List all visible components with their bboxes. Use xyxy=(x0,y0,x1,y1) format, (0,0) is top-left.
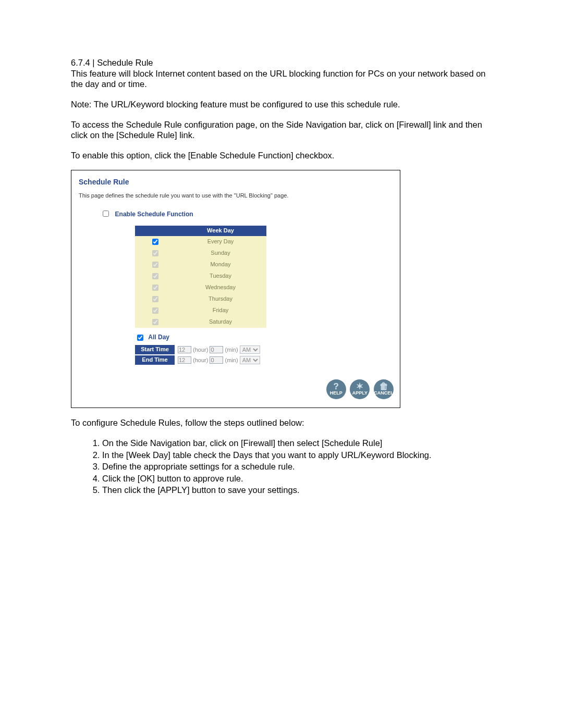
enable-text: To enable this option, click the [Enable… xyxy=(71,150,492,161)
time-table: Start Time (hour) (min) AM End Time (hou… xyxy=(135,344,261,366)
help-icon: ? xyxy=(326,382,346,391)
list-item: Click the [OK] button to approve rule. xyxy=(102,473,492,484)
day-label: Saturday xyxy=(175,316,266,328)
button-row: ? HELP ✶ APPLY 🗑 CANCEL xyxy=(79,379,394,399)
table-row: Wednesday xyxy=(135,282,266,293)
day-label: Tuesday xyxy=(175,270,266,282)
end-ampm-select[interactable]: AM xyxy=(240,356,260,364)
day-label: Sunday xyxy=(175,248,266,259)
day-label: Thursday xyxy=(175,293,266,305)
weekday-check-header xyxy=(135,226,175,236)
enable-schedule-label: Enable Schedule Function xyxy=(115,211,193,218)
cancel-button[interactable]: 🗑 CANCEL xyxy=(374,379,394,399)
end-min-input[interactable] xyxy=(210,356,223,364)
table-row: Thursday xyxy=(135,293,266,305)
schedule-rule-panel: Schedule Rule This page defines the sche… xyxy=(71,170,400,408)
help-button-label: HELP xyxy=(326,390,346,396)
start-min-input[interactable] xyxy=(210,346,223,353)
enable-schedule-row: Enable Schedule Function xyxy=(101,208,393,219)
day-label: Every Day xyxy=(175,236,266,248)
day-checkbox-wednesday[interactable] xyxy=(152,285,158,291)
apply-button[interactable]: ✶ APPLY xyxy=(350,379,370,399)
min-unit: (min) xyxy=(225,347,238,353)
start-time-row: Start Time (hour) (min) AM xyxy=(135,345,261,354)
table-row: Sunday xyxy=(135,248,266,259)
weekday-header: Week Day xyxy=(175,226,266,236)
intro-text: This feature will block Internet content… xyxy=(71,68,492,90)
config-intro: To configure Schedule Rules, follow the … xyxy=(71,417,492,428)
panel-desc: This page defines the schedule rule you … xyxy=(79,192,393,200)
start-hour-input[interactable] xyxy=(178,346,191,353)
section-heading: 6.7.4 | Schedule Rule xyxy=(71,57,492,68)
start-ampm-select[interactable]: AM xyxy=(240,346,260,354)
day-checkbox-monday[interactable] xyxy=(152,262,158,268)
end-hour-input[interactable] xyxy=(178,356,191,364)
day-label: Friday xyxy=(175,305,266,316)
document-page: 6.7.4 | Schedule Rule This feature will … xyxy=(0,0,563,557)
table-row: Tuesday xyxy=(135,270,266,282)
access-text: To access the Schedule Rule configuratio… xyxy=(71,119,492,141)
steps-list: On the Side Navigation bar, click on [Fi… xyxy=(71,438,492,496)
table-row: Monday xyxy=(135,259,266,270)
hour-unit: (hour) xyxy=(193,357,208,363)
day-checkbox-thursday[interactable] xyxy=(152,296,158,302)
day-checkbox-friday[interactable] xyxy=(152,307,158,314)
table-row: Saturday xyxy=(135,316,266,328)
all-day-label: All Day xyxy=(148,334,169,341)
day-checkbox-saturday[interactable] xyxy=(152,319,158,325)
list-item: In the [Week Day] table check the Days t… xyxy=(102,450,492,461)
panel-title: Schedule Rule xyxy=(79,178,393,187)
apply-button-label: APPLY xyxy=(350,390,370,396)
table-row: Friday xyxy=(135,305,266,316)
end-time-label: End Time xyxy=(135,355,175,365)
day-label: Monday xyxy=(175,259,266,270)
all-day-row: All Day xyxy=(135,333,393,342)
all-day-checkbox[interactable] xyxy=(137,335,143,341)
day-checkbox-everyday[interactable] xyxy=(152,239,158,245)
end-time-row: End Time (hour) (min) AM xyxy=(135,355,261,365)
cancel-icon: 🗑 xyxy=(374,382,394,391)
hour-unit: (hour) xyxy=(193,347,208,353)
apply-icon: ✶ xyxy=(350,382,370,391)
day-label: Wednesday xyxy=(175,282,266,293)
cancel-button-label: CANCEL xyxy=(374,390,394,396)
day-checkbox-tuesday[interactable] xyxy=(152,273,158,279)
enable-schedule-checkbox[interactable] xyxy=(103,211,109,217)
note-text: Note: The URL/Keyword blocking feature m… xyxy=(71,99,492,110)
list-item: Define the appropriate settings for a sc… xyxy=(102,461,492,472)
list-item: Then click the [APPLY] button to save yo… xyxy=(102,485,492,496)
weekday-table: Week Day Every Day Sunday Monday Tuesday… xyxy=(135,226,266,328)
min-unit: (min) xyxy=(225,357,238,363)
table-row: Every Day xyxy=(135,236,266,248)
start-time-label: Start Time xyxy=(135,345,175,354)
help-button[interactable]: ? HELP xyxy=(326,379,346,399)
list-item: On the Side Navigation bar, click on [Fi… xyxy=(102,438,492,449)
day-checkbox-sunday[interactable] xyxy=(152,250,158,256)
